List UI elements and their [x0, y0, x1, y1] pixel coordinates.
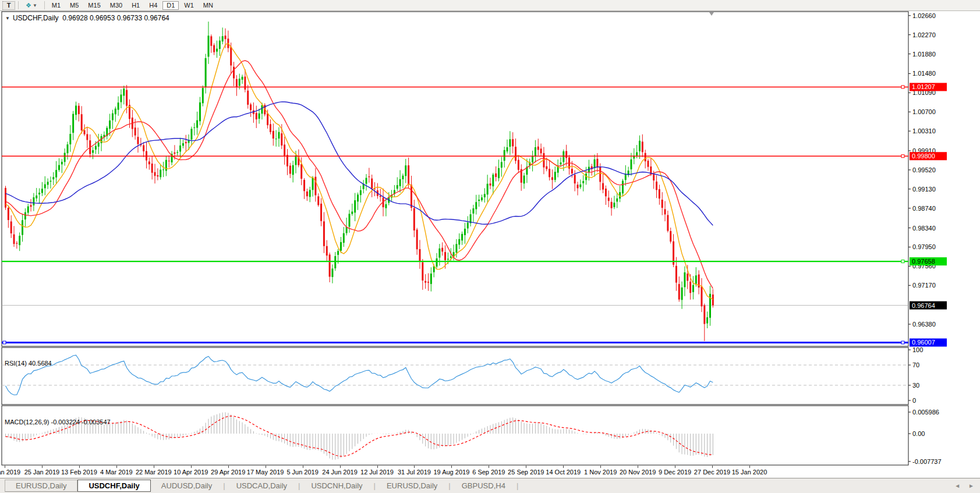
- tab-scroll-left-icon[interactable]: ◄: [954, 483, 960, 489]
- candle-body: [10, 221, 12, 233]
- price-tick-label: 1.00310: [912, 127, 936, 134]
- candle-body: [38, 193, 40, 194]
- candle-body: [242, 77, 243, 80]
- candle-body: [670, 231, 671, 242]
- date-label: 15 Jan 2020: [723, 469, 776, 476]
- date-tick-mark: [638, 466, 638, 468]
- timeframe-button-M5[interactable]: M5: [66, 1, 83, 10]
- candle-body: [49, 181, 51, 182]
- chart-tab-eurusd-daily[interactable]: EURUSD,Daily: [5, 480, 77, 492]
- chart-canvas[interactable]: 1.026601.022701.018801.014801.010901.007…: [0, 11, 980, 466]
- date-tick-mark: [228, 466, 229, 468]
- candle-body: [565, 151, 567, 158]
- timeframe-button-M1[interactable]: M1: [48, 1, 65, 10]
- candle-body: [416, 229, 418, 249]
- candle-body: [303, 180, 305, 191]
- candle-body: [348, 214, 350, 226]
- date-tick-mark: [749, 466, 750, 468]
- candle-body: [703, 305, 705, 324]
- hline-handle[interactable]: [901, 155, 904, 158]
- palette-dropdown-button[interactable]: ❖ ▼: [22, 1, 41, 10]
- candle-body: [366, 178, 367, 184]
- candle-body: [157, 175, 158, 176]
- candle-body: [441, 248, 443, 252]
- candle-body: [312, 178, 314, 190]
- candle-body: [664, 209, 666, 214]
- chart-tab-usdcnh-daily[interactable]: USDCNH,Daily: [300, 480, 373, 491]
- date-tick-mark: [526, 466, 526, 468]
- candle-body: [642, 141, 643, 152]
- chart-tab-eurusd-daily[interactable]: EURUSD,Daily: [376, 480, 448, 491]
- hline-handle[interactable]: [3, 341, 6, 344]
- candle-body: [174, 152, 175, 154]
- candle-body: [143, 145, 144, 151]
- candle-body: [661, 200, 663, 208]
- chart-tab-usdcad-daily[interactable]: USDCAD,Daily: [226, 480, 298, 491]
- macd-scale-label: 0.005986: [912, 409, 939, 416]
- hline-handle[interactable]: [901, 86, 904, 88]
- price-tick-label: 0.96380: [912, 321, 936, 328]
- timeframe-button-H1[interactable]: H1: [128, 1, 144, 10]
- candle-body: [27, 207, 29, 213]
- candle-body: [630, 159, 632, 169]
- candle-body: [574, 175, 576, 183]
- candle-body: [284, 144, 285, 156]
- toolbar-separator: [18, 1, 19, 9]
- hline-handle[interactable]: [901, 260, 904, 263]
- date-tick-mark: [266, 466, 266, 468]
- candle-body: [202, 88, 204, 103]
- candle-body: [75, 105, 77, 115]
- timeframe-button-W1[interactable]: W1: [180, 1, 198, 10]
- candle-body: [233, 67, 235, 79]
- candle-body: [509, 139, 511, 147]
- chart-tab-gbpusd-h4[interactable]: GBPUSD,H4: [451, 480, 516, 491]
- candle-body: [667, 215, 668, 230]
- timeframe-button-M30[interactable]: M30: [106, 1, 126, 10]
- timeframe-button-D1[interactable]: D1: [162, 1, 179, 10]
- timeframe-button-MN[interactable]: MN: [199, 1, 217, 10]
- candle-body: [259, 114, 260, 119]
- candle-body: [399, 179, 401, 186]
- candle-body: [484, 194, 486, 197]
- candle-body: [512, 139, 514, 146]
- candle-body: [109, 120, 111, 129]
- candle-body: [289, 166, 291, 174]
- candle-body: [36, 196, 37, 198]
- date-axis[interactable]: 7 Jan 201925 Jan 201913 Feb 20194 Mar 20…: [0, 466, 980, 478]
- candle-body: [306, 191, 308, 196]
- chart-tab-audusd-daily[interactable]: AUDUSD,Daily: [151, 480, 222, 491]
- date-tick-mark: [191, 466, 192, 468]
- collapse-arrow-icon[interactable]: ▼: [5, 16, 10, 21]
- chart-tab-usdchf-daily[interactable]: USDCHF,Daily: [77, 480, 150, 492]
- candle-body: [599, 166, 601, 182]
- candle-body: [346, 227, 348, 233]
- candle-body: [498, 168, 500, 178]
- timeframe-button-M15[interactable]: M15: [84, 1, 104, 10]
- candle-body: [385, 204, 387, 208]
- chart-ohlc-values: 0.96928 0.96953 0.96733 0.96764: [62, 14, 169, 22]
- candle-body: [408, 165, 409, 185]
- candle-body: [162, 169, 164, 170]
- chart-window[interactable]: 1.026601.022701.018801.014801.010901.007…: [0, 11, 980, 466]
- main-pane-frame: [2, 12, 908, 346]
- candle-body: [33, 197, 34, 205]
- hline-handle[interactable]: [901, 341, 904, 344]
- timeframe-button-group: M1M5M15M30H1H4D1W1MN: [48, 1, 217, 10]
- candle-body: [261, 105, 263, 114]
- text-tool-button[interactable]: T: [2, 1, 15, 10]
- candle-body: [495, 173, 497, 177]
- tab-scroll-right-icon[interactable]: ►: [968, 483, 974, 489]
- candle-body: [196, 120, 198, 128]
- timeframe-button-H4[interactable]: H4: [145, 1, 161, 10]
- candle-body: [616, 198, 618, 202]
- candle-body: [47, 182, 49, 185]
- candle-body: [489, 183, 491, 186]
- candle-body: [115, 109, 116, 115]
- candle-body: [95, 146, 97, 150]
- candle-body: [523, 176, 525, 184]
- date-tick-mark: [563, 466, 564, 468]
- candle-body: [444, 252, 446, 260]
- price-tag-value: 0.99800: [912, 152, 935, 159]
- candle-body: [16, 243, 17, 243]
- price-tick-label: 1.02270: [912, 31, 936, 38]
